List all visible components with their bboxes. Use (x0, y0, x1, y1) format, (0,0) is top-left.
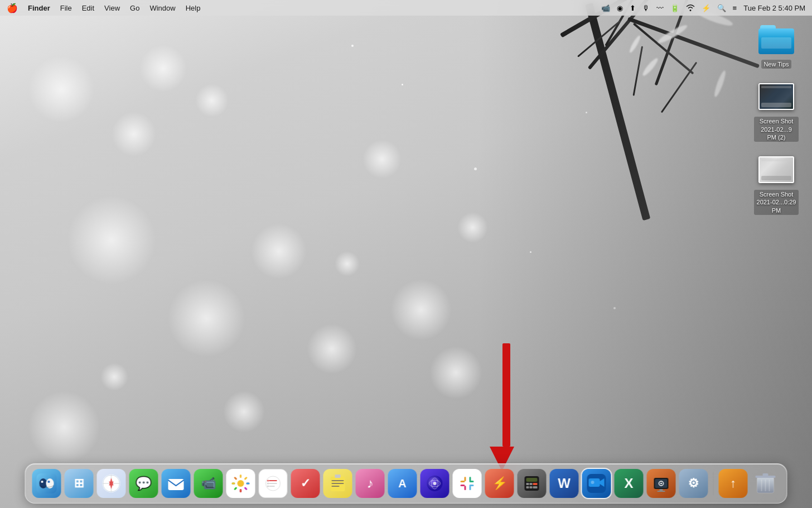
dock-spark[interactable]: ⚡ (485, 469, 514, 498)
view-menu[interactable]: View (104, 4, 120, 12)
screenshot-1-image (758, 79, 794, 114)
svg-point-12 (238, 480, 244, 487)
svg-rect-20 (240, 489, 241, 492)
dock-todoist[interactable]: ✓ (291, 469, 320, 498)
svg-rect-63 (658, 491, 665, 492)
dock-system-prefs[interactable]: ⚙ (679, 469, 708, 498)
dock-word[interactable]: W (550, 469, 579, 498)
svg-rect-35 (335, 475, 341, 478)
dock-screenium[interactable] (647, 469, 676, 498)
svg-rect-43 (470, 477, 471, 481)
svg-rect-54 (530, 486, 533, 488)
dock-slack[interactable] (453, 469, 482, 498)
svg-rect-62 (660, 489, 663, 491)
screenshot-1-icon[interactable]: Screen Shot 2021-02...9 PM (2) (752, 76, 801, 144)
screenshot-2-label: Screen Shot 2021-02...0:29 PM (754, 190, 799, 215)
finder-menu[interactable]: Finder (28, 4, 50, 12)
new-tips-folder[interactable]: New Tips (756, 20, 796, 71)
svg-rect-57 (589, 478, 600, 487)
go-menu[interactable]: Go (130, 4, 139, 12)
svg-point-30 (267, 486, 269, 487)
dock-reminders[interactable] (259, 469, 288, 498)
svg-point-65 (660, 483, 662, 485)
dock-notes[interactable] (323, 469, 352, 498)
svg-rect-34 (332, 486, 340, 487)
dock-finder[interactable] (32, 469, 61, 498)
svg-rect-68 (763, 473, 768, 476)
dock-launchpad[interactable]: ⊞ (65, 469, 94, 498)
window-menu[interactable]: Window (149, 4, 175, 12)
svg-rect-45 (465, 486, 466, 490)
dock-trash[interactable] (751, 469, 780, 498)
svg-rect-44 (461, 485, 465, 486)
menubar: 🍎 Finder File Edit View Go Window Help 📹… (0, 0, 812, 16)
svg-rect-33 (332, 483, 344, 484)
svg-rect-51 (530, 483, 533, 485)
arrow-up-icon: ⬆ (630, 4, 636, 12)
svg-rect-21 (234, 487, 237, 490)
svg-rect-53 (526, 486, 529, 488)
file-menu[interactable]: File (60, 4, 72, 12)
svg-rect-13 (240, 475, 241, 478)
siri-status-icon[interactable]: ◉ (617, 4, 623, 12)
svg-point-39 (433, 482, 437, 485)
folder-icon-image (758, 22, 794, 57)
svg-rect-52 (533, 483, 538, 485)
svg-rect-19 (244, 487, 248, 490)
svg-point-29 (267, 483, 269, 485)
dock-mail[interactable] (162, 469, 191, 498)
desktop-background (0, 0, 812, 508)
svg-rect-22 (232, 483, 235, 485)
dock-facetime[interactable]: 📹 (194, 469, 223, 498)
svg-rect-41 (465, 477, 466, 481)
desktop-icons: New Tips Screen Shot 2021-02...9 PM (2) … (752, 20, 801, 217)
dock-photos[interactable] (226, 469, 255, 498)
bluetooth-icon: ⚡ (702, 4, 710, 12)
datetime[interactable]: Tue Feb 2 5:40 PM (743, 4, 805, 12)
battery-icon: 🔋 (670, 4, 679, 12)
dock-siri[interactable] (420, 469, 450, 498)
red-arrow (498, 343, 514, 471)
dock-messages[interactable]: 💬 (129, 469, 158, 498)
facetime-status-icon[interactable]: 📹 (601, 4, 610, 12)
wifi-alt-icon: 〰 (656, 4, 664, 12)
svg-rect-11 (168, 479, 184, 490)
svg-rect-17 (244, 477, 248, 480)
dock-transmit[interactable]: ↑ (719, 469, 748, 498)
search-icon[interactable]: 🔍 (717, 4, 726, 12)
svg-point-28 (267, 480, 269, 482)
menubar-right: 📹 ◉ ⬆ 🎙 〰 🔋 ⚡ 🔍 ≡ Tue Feb 2 5:40 PM (601, 3, 805, 13)
dock-divider (713, 472, 714, 495)
svg-point-59 (591, 481, 594, 484)
menubar-left: 🍎 Finder File Edit View Go Window Help (7, 3, 200, 13)
dock: ⊞ 💬 📹 (25, 463, 787, 504)
apple-menu[interactable]: 🍎 (7, 3, 18, 13)
svg-point-4 (48, 481, 50, 483)
dock-safari[interactable] (97, 469, 126, 498)
svg-rect-18 (246, 483, 250, 485)
svg-rect-40 (461, 481, 465, 482)
dock-itunes[interactable]: ♪ (356, 469, 385, 498)
svg-rect-50 (526, 483, 529, 485)
svg-rect-55 (533, 486, 538, 488)
svg-rect-47 (470, 486, 471, 490)
wifi-icon[interactable] (686, 3, 695, 13)
svg-rect-32 (332, 480, 344, 481)
podcast-icon: 🎙 (642, 4, 650, 12)
help-menu[interactable]: Help (186, 4, 201, 12)
edit-menu[interactable]: Edit (82, 4, 94, 12)
notification-icon[interactable]: ≡ (733, 4, 737, 12)
dock-calculator[interactable] (518, 469, 547, 498)
dock-excel[interactable]: X (615, 469, 644, 498)
dock-zoom[interactable] (582, 469, 611, 498)
svg-rect-23 (234, 477, 237, 480)
screenshot-2-icon[interactable]: Screen Shot 2021-02...0:29 PM (752, 150, 801, 217)
screenshot-1-label: Screen Shot 2021-02...9 PM (2) (754, 117, 799, 142)
svg-rect-49 (526, 478, 538, 482)
svg-point-3 (41, 481, 44, 483)
dock-appstore[interactable]: A (388, 469, 417, 498)
screenshot-2-image (758, 152, 794, 188)
new-tips-label: New Tips (761, 60, 791, 69)
